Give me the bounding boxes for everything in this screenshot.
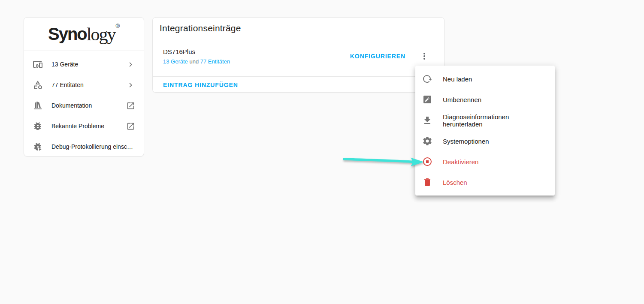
menu-item-label: Umbenennen (443, 96, 481, 103)
chevron-right-icon (126, 81, 135, 90)
reload-icon (422, 74, 432, 84)
entry-actions: KONFIGURIEREN (347, 48, 433, 65)
stop-circle-icon (422, 157, 432, 167)
integration-entry-row: DS716Plus 13 Geräte und 77 Entitäten KON… (163, 48, 433, 73)
sidebar-item-debug-logging[interactable]: Debug-Protokollierung einsch… (24, 136, 144, 157)
chevron-right-icon (126, 60, 135, 69)
entry-options-button[interactable] (416, 48, 433, 65)
logo-text-serif: logy (87, 24, 115, 45)
bookshelf-icon (33, 100, 43, 111)
menu-item-reload[interactable]: Neu laden (415, 69, 555, 89)
download-icon (422, 115, 432, 126)
dots-vertical-icon (419, 51, 429, 61)
menu-item-delete[interactable]: Löschen (415, 172, 555, 193)
entry-summary: 13 Geräte und 77 Entitäten (163, 57, 230, 66)
bug-icon (33, 121, 43, 131)
sidebar-item-devices[interactable]: 13 Geräte (24, 54, 144, 75)
sidebar-item-label: Bekannte Probleme (51, 123, 126, 129)
open-in-new-icon (126, 122, 135, 131)
sidebar-item-entities[interactable]: 77 Entitäten (24, 75, 144, 95)
add-entry-button[interactable]: EINTRAG HINZUFÜGEN (160, 77, 242, 93)
devices-icon (33, 59, 43, 69)
trash-icon (422, 177, 432, 187)
entry-info: DS716Plus 13 Geräte und 77 Entitäten (163, 48, 230, 66)
page-title: Integrationseinträge (160, 23, 241, 33)
bug-play-icon (33, 141, 43, 152)
rename-icon (422, 94, 432, 105)
open-in-new-icon (126, 101, 135, 110)
sidebar-item-known-issues[interactable]: Bekannte Probleme (24, 116, 144, 136)
menu-item-download-diagnostics[interactable]: Diagnoseinformationen herunterladen (415, 110, 555, 131)
gear-icon (422, 136, 432, 146)
integration-entries-card: Integrationseinträge DS716Plus 13 Geräte… (152, 17, 444, 93)
sidebar-item-documentation[interactable]: Dokumentation (24, 95, 144, 116)
synology-logo: Synology® (24, 18, 144, 51)
sidebar-item-label: 13 Geräte (51, 61, 126, 68)
sidebar-item-label: Debug-Protokollierung einsch… (51, 143, 135, 150)
menu-item-label: Deaktivieren (443, 158, 478, 166)
conjunction-text: und (188, 58, 200, 65)
menu-item-rename[interactable]: Umbenennen (415, 89, 555, 110)
logo-text-bold: Syno (48, 24, 87, 44)
integration-nav: 13 Geräte 77 Entitäten Dokumentation (24, 51, 144, 160)
menu-item-label: Diagnoseinformationen herunterladen (443, 113, 548, 128)
configure-button[interactable]: KONFIGURIEREN (347, 48, 409, 64)
menu-item-label: Neu laden (443, 75, 472, 83)
devices-link[interactable]: 13 Geräte (163, 58, 188, 65)
menu-item-label: Löschen (443, 179, 467, 186)
menu-item-label: Systemoptionen (443, 138, 489, 145)
sidebar-item-label: Dokumentation (51, 102, 126, 109)
entities-link[interactable]: 77 Entitäten (200, 58, 230, 65)
entry-name: DS716Plus (163, 48, 230, 56)
registered-mark: ® (115, 23, 120, 29)
entry-options-menu: Neu laden Umbenennen Diagnoseinformation… (415, 66, 555, 196)
sidebar-item-label: 77 Entitäten (51, 81, 126, 88)
menu-item-disable[interactable]: Deaktivieren (415, 151, 555, 172)
menu-item-system-options[interactable]: Systemoptionen (415, 131, 555, 151)
integration-info-card: Synology® 13 Geräte 77 Entitäten (24, 17, 144, 157)
card-actions: EINTRAG HINZUFÜGEN (156, 77, 444, 93)
shapes-icon (33, 80, 43, 90)
